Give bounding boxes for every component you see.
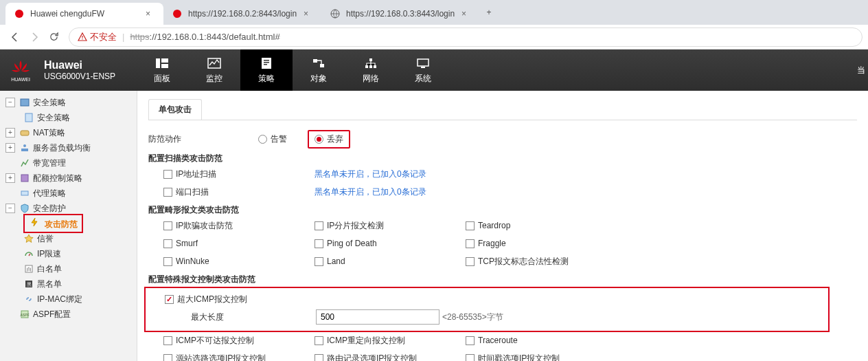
section-scan-title: 配置扫描类攻击防范 — [148, 153, 857, 164]
radio-warn[interactable]: 告警 — [258, 133, 287, 145]
sidebar-item-quota[interactable]: + 配额控制策略 — [0, 171, 137, 186]
sidebar-sub-blacklist[interactable]: 黑 黑名单 — [23, 276, 137, 292]
svg-rect-4 — [82, 39, 82, 39]
svg-rect-23 — [25, 113, 32, 122]
checkbox-teardrop[interactable] — [466, 221, 475, 230]
checkbox-record-route[interactable] — [315, 354, 323, 362]
quota-icon — [19, 173, 30, 184]
svg-rect-3 — [82, 36, 82, 38]
nav-network[interactable]: 网络 — [345, 50, 397, 91]
svg-rect-20 — [418, 59, 429, 66]
sidebar-item-security-policy[interactable]: − 安全策略 — [0, 95, 137, 110]
checkbox-tcpflag[interactable] — [466, 257, 475, 266]
maxlen-hint: <28-65535>字节 — [442, 311, 503, 323]
svg-rect-11 — [264, 60, 269, 61]
nav-dashboard[interactable]: 面板 — [136, 50, 188, 91]
monitor-icon — [207, 56, 221, 70]
checkbox-traceroute[interactable] — [466, 336, 475, 345]
browser-tab[interactable]: https://192.168.0.2:8443/login × — [163, 3, 321, 25]
checkbox-pod[interactable] — [315, 239, 323, 248]
checkbox-smurf[interactable] — [163, 239, 172, 248]
page-tab-single-packet[interactable]: 单包攻击 — [148, 99, 202, 120]
main-panel: 单包攻击 防范动作 告警 丢弃 — [137, 91, 868, 361]
checkbox-icmp-redirect[interactable] — [315, 336, 323, 345]
nat-icon — [19, 127, 30, 138]
url-field[interactable]: 不安全 | https://192.168.0.1:8443/default.h… — [69, 28, 863, 47]
browser-tab-strip: Huawei chengduFW × https://192.168.0.2:8… — [0, 0, 868, 25]
radio-drop[interactable]: 丢弃 — [315, 133, 343, 145]
brand-name: Huawei — [44, 59, 115, 72]
nav-system[interactable]: 系统 — [397, 50, 449, 91]
close-icon[interactable]: × — [304, 9, 313, 19]
checkbox-src-route[interactable] — [163, 354, 172, 362]
tab-title: https://192.168.0.3:8443/login — [346, 9, 457, 19]
checkbox-ip-frag[interactable] — [315, 221, 323, 230]
reload-button[interactable] — [44, 28, 63, 47]
checkbox-ip-spoof[interactable] — [163, 221, 172, 230]
action-label: 防范动作 — [148, 133, 258, 145]
huawei-favicon-icon — [14, 8, 25, 19]
expand-icon[interactable]: + — [5, 128, 15, 138]
sidebar-sub-ipmac[interactable]: IP-MAC绑定 — [23, 292, 137, 307]
link-icon — [23, 294, 34, 305]
collapse-icon[interactable]: − — [5, 204, 15, 213]
svg-rect-10 — [262, 58, 271, 69]
checkbox-fraggle[interactable] — [466, 239, 475, 248]
svg-rect-28 — [21, 191, 28, 195]
checkbox-land[interactable] — [315, 257, 323, 266]
sidebar-item-aspf[interactable]: ASPF ASPF配置 — [0, 307, 137, 322]
checkbox-winnuke[interactable] — [163, 257, 172, 266]
sidebar-sub-attack-defense[interactable]: 攻击防范 — [23, 216, 137, 231]
checkbox-ip-scan[interactable] — [163, 170, 172, 179]
nav-monitor[interactable]: 监控 — [188, 50, 240, 91]
svg-rect-18 — [369, 65, 372, 68]
network-icon — [364, 56, 378, 70]
globe-favicon-icon — [330, 8, 341, 19]
checkbox-timestamp[interactable] — [466, 354, 475, 362]
highlight-icmp-block: 超大ICMP报文控制 最大长度 <28-65535>字节 — [144, 287, 830, 332]
maxlen-input[interactable] — [316, 309, 439, 325]
svg-text:黑: 黑 — [27, 282, 32, 287]
blacklist-icon: 黑 — [23, 278, 34, 289]
sidebar-item-slb[interactable]: + 服务器负载均衡 — [0, 140, 137, 155]
sidebar-sub-ip-ratelimit[interactable]: IP限速 — [23, 246, 137, 261]
sidebar-item-nat[interactable]: + NAT策略 — [0, 125, 137, 140]
url-text: https://192.168.0.1:8443/default.html# — [130, 32, 279, 42]
sidebar-sub-security-policy[interactable]: 安全策略 — [23, 110, 137, 125]
sidebar-item-bandwidth[interactable]: 带宽管理 — [0, 155, 137, 171]
close-icon[interactable]: × — [461, 9, 471, 19]
collapse-icon[interactable]: − — [5, 98, 15, 107]
browser-tab[interactable]: https://192.168.0.3:8443/login × — [321, 3, 479, 25]
svg-point-1 — [173, 10, 181, 18]
new-tab-button[interactable]: + — [479, 3, 499, 22]
sidebar-sub-whitelist[interactable]: 白 白名单 — [23, 261, 137, 276]
section-special-title: 配置特殊报文控制类攻击防范 — [148, 274, 857, 285]
expand-icon[interactable]: + — [5, 143, 15, 153]
svg-rect-7 — [161, 58, 168, 63]
sidebar-sub-reputation[interactable]: 信誉 — [23, 231, 137, 246]
scan-ip-status[interactable]: 黑名单未开启，已加入0条记录 — [315, 168, 426, 180]
whitelist-icon: 白 — [23, 263, 34, 274]
close-icon[interactable]: × — [146, 9, 155, 19]
svg-rect-8 — [161, 64, 168, 68]
svg-text:白: 白 — [27, 267, 32, 272]
browser-tab-active[interactable]: Huawei chengduFW × — [5, 3, 163, 25]
dashboard-icon — [155, 56, 169, 70]
policy-tree-icon — [19, 97, 30, 108]
forward-button[interactable] — [25, 28, 44, 47]
nav-policy[interactable]: 策略 — [240, 50, 293, 91]
scan-port-status[interactable]: 黑名单未开启，已加入0条记录 — [315, 186, 426, 198]
app-header: HUAWEI Huawei USG6000V1-ENSP 面板 监控 策略 对象… — [0, 50, 868, 91]
page-tab-strip: 单包攻击 — [148, 99, 857, 120]
checkbox-big-icmp[interactable] — [165, 295, 174, 304]
svg-text:ASPF: ASPF — [20, 313, 29, 317]
svg-rect-24 — [21, 131, 29, 135]
object-icon — [312, 56, 326, 70]
nav-object[interactable]: 对象 — [293, 50, 345, 91]
sidebar: − 安全策略 安全策略 + NAT策略 + 服务器负载均衡 带宽管理 + — [0, 91, 137, 361]
expand-icon[interactable]: + — [5, 173, 15, 183]
checkbox-icmp-unreach[interactable] — [163, 336, 172, 345]
checkbox-port-scan[interactable] — [163, 188, 172, 197]
sidebar-item-proxy[interactable]: 代理策略 — [0, 186, 137, 201]
back-button[interactable] — [5, 28, 25, 47]
